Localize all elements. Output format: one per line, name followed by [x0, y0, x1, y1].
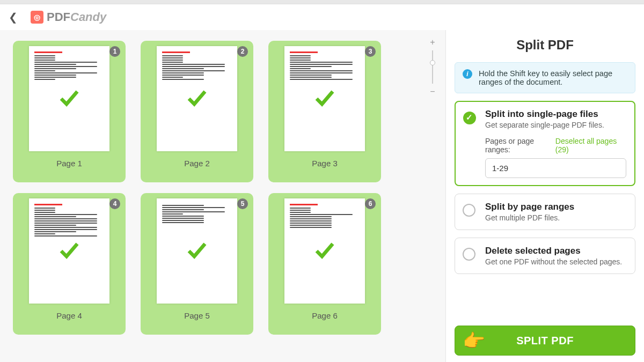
deselect-all-link[interactable]: Deselect all pages (29) — [555, 137, 626, 154]
zoom-out-icon[interactable]: − — [430, 87, 435, 97]
page-number-badge: 4 — [109, 198, 120, 209]
option-subtitle: Get one PDF without the selected pages. — [485, 257, 626, 266]
page-number-badge: 6 — [365, 198, 376, 209]
pages-grid: 1 Page 1 2 — [13, 41, 433, 335]
app-header: ❮ ◎ PDFCandy — [0, 4, 644, 30]
option-delete-pages[interactable]: Delete selected pages Get one PDF withou… — [455, 238, 635, 274]
back-icon[interactable]: ❮ — [9, 11, 18, 24]
workspace: + − 1 Page 1 2 — [0, 30, 644, 362]
page-label: Page 1 — [56, 159, 82, 168]
zoom-control: + − — [425, 38, 440, 97]
option-title: Split into single-page files — [485, 109, 626, 120]
page-label: Page 4 — [56, 311, 82, 320]
sidebar-panel: Split PDF i Hold the Shift key to easily… — [445, 30, 644, 362]
option-page-ranges[interactable]: Split by page ranges Get multiple PDF fi… — [455, 194, 635, 230]
logo-text-suffix: Candy — [70, 10, 106, 24]
option-title: Split by page ranges — [485, 202, 626, 212]
thumbnail — [29, 46, 109, 151]
thumbnail — [284, 198, 365, 304]
option-single-pages[interactable]: Split into single-page files Get separat… — [455, 101, 635, 186]
page-range-input[interactable] — [485, 158, 626, 178]
hint-text: Hold the Shift key to easily select page… — [479, 69, 627, 86]
app-logo[interactable]: ◎ PDFCandy — [31, 10, 106, 24]
option-subtitle: Get separate single-page PDF files. — [485, 121, 626, 129]
check-icon — [58, 240, 80, 262]
zoom-slider[interactable] — [432, 50, 433, 84]
page-thumb-6[interactable]: 6 Page 6 — [268, 193, 381, 335]
option-subtitle: Get multiple PDF files. — [485, 213, 626, 222]
page-thumb-3[interactable]: 3 Page 3 — [268, 41, 381, 182]
pages-region: + − 1 Page 1 2 — [0, 30, 445, 362]
page-number-badge: 2 — [237, 46, 248, 57]
check-icon — [186, 88, 208, 109]
page-number-badge: 1 — [109, 46, 120, 57]
radio-icon — [463, 248, 475, 261]
info-icon: i — [463, 69, 472, 79]
thumbnail — [29, 198, 109, 304]
radio-checked-icon — [463, 112, 476, 124]
page-thumb-2[interactable]: 2 Page 2 — [141, 41, 253, 182]
thumbnail — [157, 46, 237, 151]
browser-tab-strip — [0, 0, 644, 4]
split-pdf-button[interactable]: 👉 SPLIT PDF — [455, 326, 635, 356]
logo-text-prefix: PDF — [47, 10, 70, 24]
check-icon — [314, 240, 335, 262]
zoom-thumb[interactable] — [430, 60, 435, 65]
option-title: Delete selected pages — [485, 246, 626, 256]
split-button-label: SPLIT PDF — [516, 335, 574, 347]
page-number-badge: 5 — [237, 198, 248, 209]
radio-icon — [463, 204, 475, 217]
check-icon — [58, 88, 80, 109]
check-icon — [186, 240, 208, 262]
page-label: Page 3 — [312, 159, 338, 168]
panel-title: Split PDF — [455, 38, 635, 53]
page-thumb-1[interactable]: 1 Page 1 — [13, 41, 126, 182]
hint-box: i Hold the Shift key to easily select pa… — [455, 62, 635, 93]
page-label: Page 5 — [184, 311, 210, 320]
page-number-badge: 3 — [365, 46, 376, 57]
page-thumb-4[interactable]: 4 Page 4 — [13, 193, 126, 335]
thumbnail — [284, 46, 365, 151]
zoom-in-icon[interactable]: + — [430, 38, 435, 47]
check-icon — [314, 88, 335, 109]
page-label: Page 6 — [312, 311, 338, 320]
logo-icon: ◎ — [31, 11, 43, 24]
thumbnail — [157, 198, 237, 304]
page-label: Page 2 — [184, 159, 210, 168]
pointing-hand-icon: 👉 — [463, 330, 486, 351]
range-label: Pages or page ranges: — [485, 137, 555, 154]
page-thumb-5[interactable]: 5 Page 5 — [141, 193, 253, 335]
